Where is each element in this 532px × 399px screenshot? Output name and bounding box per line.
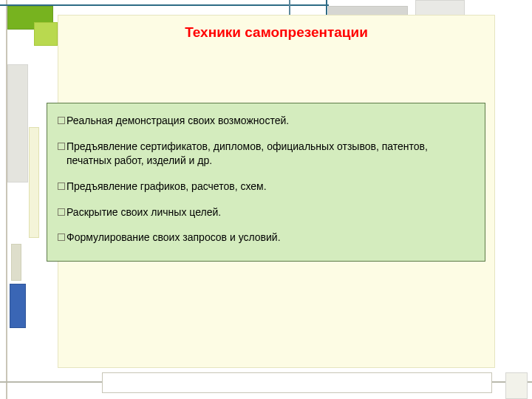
list-item-text: Реальная демонстрация своих возможностей…	[66, 115, 289, 126]
list-item-text: Формулирование своих запросов и условий.	[66, 231, 281, 243]
decor-block	[10, 284, 26, 328]
decor-block	[34, 22, 58, 46]
decor-block	[102, 372, 492, 393]
decor-block	[29, 127, 39, 238]
list-item-text: Предъявление графиков, расчетов, схем.	[66, 180, 267, 192]
content-box: Реальная демонстрация своих возможностей…	[47, 103, 485, 262]
list-item: Раскрытие своих личных целей.	[58, 205, 471, 219]
list-item-text: Предъявление сертификатов, дипломов, офи…	[66, 140, 428, 166]
decor-line	[6, 0, 7, 399]
list-item-text: Раскрытие своих личных целей.	[66, 206, 221, 218]
bullet-list: Реальная демонстрация своих возможностей…	[58, 114, 471, 245]
list-item: Формулирование своих запросов и условий.	[58, 231, 471, 245]
slide-stage: Техники самопрезентации Реальная демонст…	[0, 0, 532, 399]
list-item: Предъявление графиков, расчетов, схем.	[58, 180, 471, 194]
decor-block	[505, 372, 528, 399]
decor-block	[11, 244, 21, 281]
list-item: Предъявление сертификатов, дипломов, офи…	[58, 140, 471, 168]
slide-panel: Техники самопрезентации Реальная демонст…	[58, 15, 495, 368]
list-item: Реальная демонстрация своих возможностей…	[58, 114, 471, 128]
decor-line	[326, 0, 327, 16]
slide-title: Техники самопрезентации	[58, 24, 494, 41]
decor-block	[7, 64, 28, 183]
